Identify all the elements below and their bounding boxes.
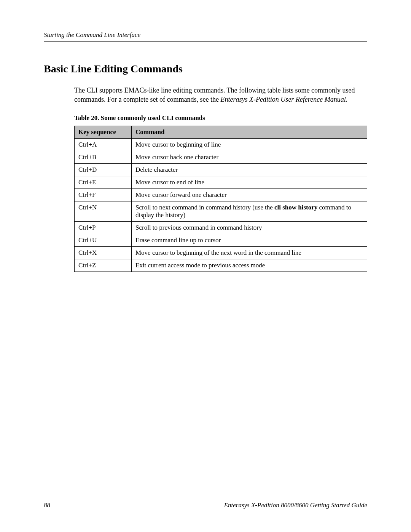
table-row: Ctrl+P Scroll to previous command in com… <box>75 221 367 234</box>
section-title: Basic Line Editing Commands <box>44 63 367 75</box>
cell-key: Ctrl+B <box>75 151 132 163</box>
cell-key: Ctrl+E <box>75 176 132 189</box>
table-row: Ctrl+F Move cursor forward one character <box>75 189 367 201</box>
table-row: Ctrl+X Move cursor to beginning of the n… <box>75 246 367 259</box>
cell-cmd: Scroll to next command in command histor… <box>132 201 367 221</box>
cell-cmd: Move cursor back one character <box>132 151 367 163</box>
cell-cmd: Exit current access mode to previous acc… <box>132 259 367 272</box>
cli-commands-table: Key sequence Command Ctrl+A Move cursor … <box>74 126 367 272</box>
col-command: Command <box>132 126 367 138</box>
running-head: Starting the Command Line Interface <box>44 31 367 42</box>
cell-key: Ctrl+N <box>75 201 132 221</box>
table-row: Ctrl+U Erase command line up to cursor <box>75 234 367 246</box>
cell-cmd: Move cursor to beginning of line <box>132 138 367 151</box>
cell-key: Ctrl+Z <box>75 259 132 272</box>
cell-cmd-before: Scroll to next command in command histor… <box>135 204 274 211</box>
col-key-sequence: Key sequence <box>75 126 132 138</box>
cell-key: Ctrl+D <box>75 163 132 176</box>
page-number: 88 <box>44 502 50 509</box>
table-row: Ctrl+N Scroll to next command in command… <box>75 201 367 221</box>
cell-key: Ctrl+X <box>75 246 132 259</box>
cell-key: Ctrl+P <box>75 221 132 234</box>
table-row: Ctrl+E Move cursor to end of line <box>75 176 367 189</box>
table-row: Ctrl+A Move cursor to beginning of line <box>75 138 367 151</box>
cell-cmd: Erase command line up to cursor <box>132 234 367 246</box>
cell-cmd-bold: cli show history <box>274 204 317 211</box>
intro-paragraph: The CLI supports EMACs-like line editing… <box>74 86 367 104</box>
footer-book-title: Enterasys X-Pedition 8000/8600 Getting S… <box>224 502 367 509</box>
cell-cmd: Move cursor forward one character <box>132 189 367 201</box>
table-caption: Table 20. Some commonly used CLI command… <box>74 114 367 122</box>
intro-text-after: . <box>346 96 348 103</box>
cell-cmd: Delete character <box>132 163 367 176</box>
cell-cmd: Move cursor to beginning of the next wor… <box>132 246 367 259</box>
cell-cmd: Move cursor to end of line <box>132 176 367 189</box>
cell-key: Ctrl+U <box>75 234 132 246</box>
page-footer: 88 Enterasys X-Pedition 8000/8600 Gettin… <box>44 502 367 509</box>
cell-key: Ctrl+A <box>75 138 132 151</box>
cell-cmd: Scroll to previous command in command hi… <box>132 221 367 234</box>
table-row: Ctrl+D Delete character <box>75 163 367 176</box>
intro-manual-title: Enterasys X-Pedition User Reference Manu… <box>220 96 346 103</box>
cell-key: Ctrl+F <box>75 189 132 201</box>
table-row: Ctrl+Z Exit current access mode to previ… <box>75 259 367 272</box>
table-row: Ctrl+B Move cursor back one character <box>75 151 367 163</box>
table-header-row: Key sequence Command <box>75 126 367 138</box>
